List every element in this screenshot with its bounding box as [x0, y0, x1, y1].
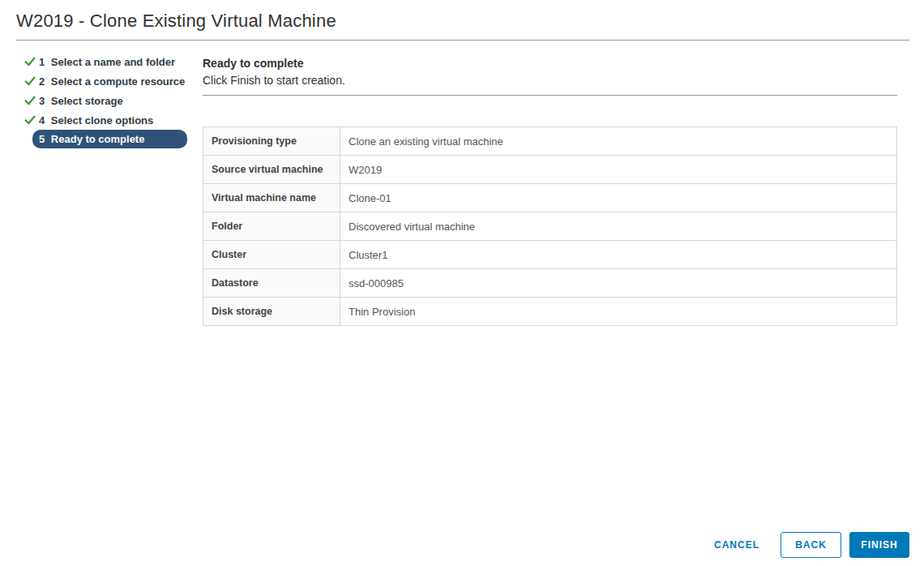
wizard-step-5[interactable]: 5 Ready to complete [32, 130, 187, 148]
step-label: Ready to complete [51, 133, 145, 145]
wizard-title: W2019 - Clone Existing Virtual Machine [16, 11, 909, 32]
row-label: Cluster [203, 241, 340, 269]
wizard-step-2[interactable]: 2 Select a compute resource [24, 71, 187, 91]
panel-divider [203, 95, 897, 96]
check-icon [24, 114, 39, 126]
table-row: Virtual machine name Clone-01 [203, 184, 897, 212]
step-number: 3 [39, 95, 48, 107]
row-label: Virtual machine name [203, 184, 340, 212]
step-label: Select clone options [51, 114, 153, 126]
cancel-button[interactable]: CANCEL [714, 539, 759, 551]
back-button[interactable]: BACK [781, 532, 841, 558]
step-label: Select storage [51, 95, 123, 107]
wizard-footer: CANCEL BACK FINISH [714, 532, 909, 558]
panel-subheading: Click Finish to start creation. [203, 74, 897, 87]
row-value: Discovered virtual machine [340, 212, 897, 241]
row-value: Clone an existing virtual machine [340, 127, 897, 156]
wizard-header: W2019 - Clone Existing Virtual Machine [16, 0, 909, 41]
row-label: Source virtual machine [203, 156, 340, 184]
table-row: Provisioning type Clone an existing virt… [203, 127, 897, 156]
wizard-step-3[interactable]: 3 Select storage [24, 91, 187, 110]
check-icon [24, 56, 39, 67]
table-row: Cluster Cluster1 [203, 241, 897, 269]
summary-table-body: Provisioning type Clone an existing virt… [203, 127, 897, 326]
row-value: Thin Provision [340, 298, 897, 326]
wizard-content: Ready to complete Click Finish to start … [203, 41, 897, 326]
finish-button[interactable]: FINISH [849, 532, 909, 558]
step-number: 1 [39, 56, 48, 68]
step-label: Select a compute resource [51, 75, 185, 88]
table-row: Datastore ssd-000985 [203, 269, 897, 298]
summary-table: Provisioning type Clone an existing virt… [203, 126, 897, 326]
wizard-step-1[interactable]: 1 Select a name and folder [24, 52, 187, 71]
wizard-step-list: 1 Select a name and folder 2 Select a co… [24, 41, 187, 148]
row-value: ssd-000985 [340, 269, 897, 298]
wizard-body: 1 Select a name and folder 2 Select a co… [0, 41, 924, 566]
step-number: 2 [39, 75, 48, 88]
row-value: Clone-01 [340, 184, 897, 212]
row-value: Cluster1 [340, 241, 897, 269]
panel-header: Ready to complete Click Finish to start … [203, 57, 897, 96]
step-number: 5 [39, 133, 48, 145]
wizard-step-4[interactable]: 4 Select clone options [24, 110, 187, 130]
row-label: Disk storage [203, 298, 340, 326]
clone-vm-wizard: W2019 - Clone Existing Virtual Machine 1… [0, 0, 924, 566]
table-row: Folder Discovered virtual machine [203, 212, 897, 241]
step-label: Select a name and folder [51, 56, 175, 68]
row-label: Folder [203, 212, 340, 241]
check-icon [24, 75, 39, 87]
panel-heading: Ready to complete [203, 57, 897, 70]
table-row: Source virtual machine W2019 [203, 156, 897, 184]
row-value: W2019 [340, 156, 897, 184]
table-row: Disk storage Thin Provision [203, 298, 897, 326]
row-label: Datastore [203, 269, 340, 298]
row-label: Provisioning type [203, 127, 340, 156]
step-number: 4 [39, 114, 48, 126]
check-icon [24, 95, 39, 106]
